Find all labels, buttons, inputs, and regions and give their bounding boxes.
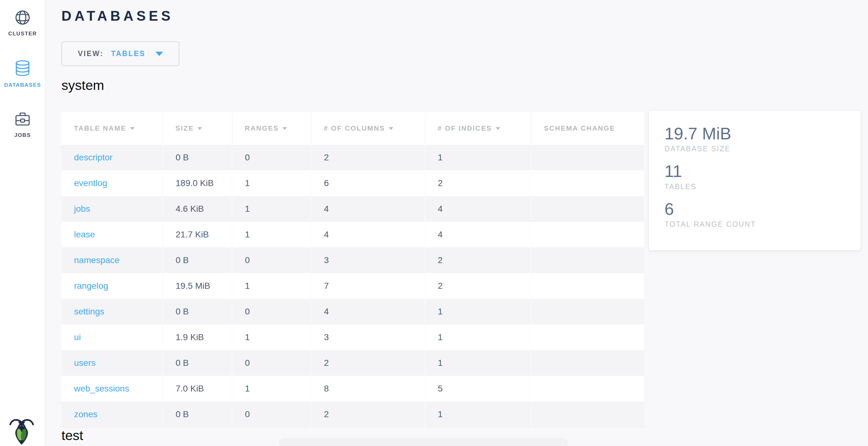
table-cell-table-name: ui (61, 324, 163, 350)
sidebar-item-databases[interactable]: DATABASES (0, 60, 45, 88)
sidebar-item-label: JOBS (14, 132, 31, 138)
sort-triangle-down-icon (283, 127, 287, 130)
database-heading-system: system (61, 78, 104, 93)
column-header-size[interactable]: SIZE (163, 112, 232, 145)
cockroach-logo[interactable] (8, 418, 35, 445)
stat-value: 19.7 MiB (664, 124, 851, 143)
view-dropdown-label: VIEW: (78, 49, 103, 58)
column-header-ranges[interactable]: RANGES (232, 112, 311, 145)
table-cell-num-columns: 8 (311, 376, 425, 402)
sort-triangle-down-icon (197, 127, 202, 130)
table-name-link[interactable]: eventlog (74, 178, 107, 188)
table-cell-table-name: zones (61, 402, 163, 427)
column-header-of-indices[interactable]: # OF INDICES (425, 112, 531, 145)
table-name-link[interactable]: web_sessions (74, 384, 129, 393)
stat-label: TOTAL RANGE COUNT (664, 220, 851, 229)
table-cell-ranges: 0 (232, 299, 311, 324)
table-name-link[interactable]: zones (74, 409, 97, 419)
table-row: eventlog189.0 KiB162 (61, 170, 644, 196)
column-header-schema-change: SCHEMA CHANGE (531, 112, 644, 145)
table-cell-size: 4.6 KiB (163, 196, 232, 222)
sidebar-item-jobs[interactable]: JOBS (0, 111, 45, 138)
table-cell-schema-change (531, 196, 644, 222)
table-cell-ranges: 1 (232, 324, 311, 350)
table-cell-num-columns: 3 (311, 324, 425, 350)
table-row: settings0 B041 (61, 299, 644, 324)
table-name-link[interactable]: rangelog (74, 281, 108, 290)
table-cell-size: 0 B (163, 402, 232, 427)
table-cell-num-indices: 2 (425, 247, 531, 273)
table-cell-table-name: descriptor (61, 145, 163, 170)
table-cell-table-name: users (61, 350, 163, 376)
chevron-down-icon (156, 52, 163, 56)
table-name-link[interactable]: jobs (74, 204, 90, 214)
table-cell-ranges: 0 (232, 350, 311, 376)
table-cell-size: 1.9 KiB (163, 324, 232, 350)
table-row: users0 B021 (61, 350, 644, 376)
sidebar-item-cluster[interactable]: CLUSTER (0, 10, 45, 37)
sort-triangle-down-icon (389, 127, 393, 130)
table-cell-schema-change (531, 376, 644, 402)
table-name-link[interactable]: ui (74, 332, 81, 342)
table-cell-ranges: 0 (232, 145, 311, 170)
summary-stat: 6TOTAL RANGE COUNT (664, 200, 851, 229)
column-header-table-name[interactable]: TABLE NAME (61, 112, 163, 145)
table-cell-size: 0 B (163, 299, 232, 324)
stat-value: 6 (664, 200, 851, 218)
stat-label: TABLES (664, 182, 851, 191)
globe-icon (15, 10, 30, 26)
database-icon (15, 60, 30, 78)
table-row: web_sessions7.0 KiB185 (61, 376, 644, 402)
sort-triangle-down-icon (130, 127, 134, 130)
table-cell-schema-change (531, 247, 644, 273)
table-cell-num-columns: 4 (311, 299, 425, 324)
table-cell-num-indices: 1 (425, 350, 531, 376)
table-cell-num-indices: 1 (425, 324, 531, 350)
table-name-link[interactable]: users (74, 358, 95, 368)
table-cell-num-columns: 2 (311, 402, 425, 427)
table-cell-schema-change (531, 170, 644, 196)
table-name-link[interactable]: lease (74, 230, 95, 239)
table-cell-size: 0 B (163, 145, 232, 170)
sidebar-item-label: CLUSTER (8, 31, 37, 37)
table-cell-ranges: 1 (232, 222, 311, 247)
table-cell-schema-change (531, 350, 644, 376)
table-cell-table-name: eventlog (61, 170, 163, 196)
database-summary-card: 19.7 MiBDATABASE SIZE11TABLES6TOTAL RANG… (649, 110, 861, 250)
column-header-of-columns[interactable]: # OF COLUMNS (311, 112, 425, 145)
table-cell-num-columns: 7 (311, 273, 425, 299)
table-row: jobs4.6 KiB144 (61, 196, 644, 222)
column-header-label: RANGES (245, 124, 279, 132)
stat-value: 11 (664, 162, 851, 180)
table-cell-schema-change (531, 402, 644, 427)
column-header-label: SCHEMA CHANGE (544, 124, 615, 132)
briefcase-icon (15, 111, 30, 128)
sidebar: CLUSTER DATABASES JOBS (0, 0, 45, 446)
table-cell-num-columns: 2 (311, 145, 425, 170)
table-row: zones0 B021 (61, 402, 644, 427)
table-cell-schema-change (531, 299, 644, 324)
table-cell-table-name: namespace (61, 247, 163, 273)
column-header-label: SIZE (176, 124, 194, 132)
table-cell-num-indices: 5 (425, 376, 531, 402)
stat-label: DATABASE SIZE (664, 145, 851, 153)
table-cell-size: 21.7 KiB (163, 222, 232, 247)
table-cell-num-columns: 6 (311, 170, 425, 196)
table-cell-schema-change (531, 273, 644, 299)
view-dropdown[interactable]: VIEW: TABLES (61, 41, 179, 66)
table-cell-num-indices: 2 (425, 273, 531, 299)
table-cell-num-columns: 4 (311, 196, 425, 222)
table-cell-num-columns: 3 (311, 247, 425, 273)
table-name-link[interactable]: namespace (74, 255, 120, 265)
table-cell-ranges: 1 (232, 273, 311, 299)
summary-stat: 19.7 MiBDATABASE SIZE (664, 124, 851, 153)
table-cell-num-columns: 4 (311, 222, 425, 247)
table-name-link[interactable]: descriptor (74, 152, 113, 162)
table-cell-num-columns: 2 (311, 350, 425, 376)
table-name-link[interactable]: settings (74, 307, 104, 316)
table-cell-num-indices: 1 (425, 299, 531, 324)
table-cell-ranges: 1 (232, 376, 311, 402)
table-cell-size: 0 B (163, 350, 232, 376)
view-dropdown-value: TABLES (111, 49, 146, 58)
table-cell-size: 7.0 KiB (163, 376, 232, 402)
